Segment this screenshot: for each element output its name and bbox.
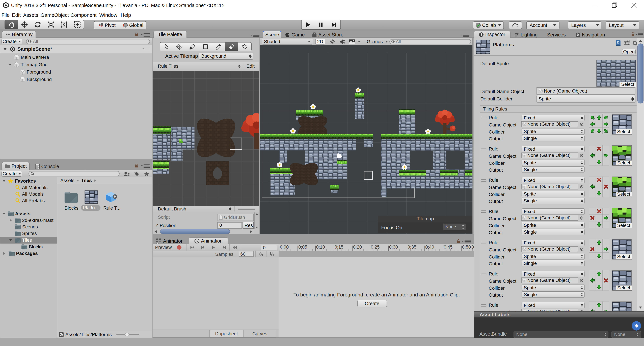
- svg-text:0:20: 0:20: [353, 245, 362, 250]
- svg-text:0:30: 0:30: [389, 245, 398, 250]
- svg-text:Tilemap: Tilemap: [417, 216, 434, 221]
- svg-text:0:35: 0:35: [408, 245, 416, 250]
- svg-text:0:45: 0:45: [444, 245, 453, 250]
- svg-text:0:25: 0:25: [371, 245, 380, 250]
- svg-text:0:00: 0:00: [280, 245, 289, 250]
- svg-text:0:40: 0:40: [425, 245, 434, 250]
- svg-text:0:50: 0:50: [462, 245, 471, 250]
- svg-text:0:5: 0:5: [472, 245, 474, 250]
- svg-text:None: None: [445, 224, 456, 229]
- svg-text:0:15: 0:15: [334, 245, 344, 250]
- svg-text:0:05: 0:05: [298, 245, 307, 250]
- svg-text:0:10: 0:10: [316, 245, 325, 250]
- svg-text:?: ?: [618, 42, 619, 44]
- svg-text:Focus On: Focus On: [381, 225, 402, 230]
